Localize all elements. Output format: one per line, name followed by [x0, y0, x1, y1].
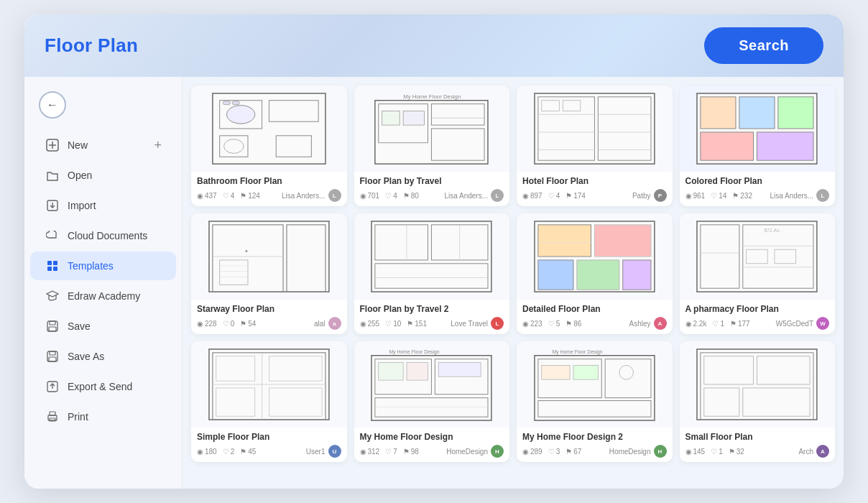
svg-rect-75: [538, 260, 573, 290]
card-title-stairway: Starway Floor Plan: [197, 304, 341, 314]
template-card-small[interactable]: Small Floor Plan ◉ 145 ♡ 1 ⚑ 32 Arch A: [680, 341, 836, 462]
svg-rect-76: [577, 260, 619, 290]
template-card-myhome2[interactable]: My Home Floor Design My Home Floo: [354, 341, 510, 462]
svg-rect-73: [538, 225, 591, 257]
card-image-travel: My Home Floor Design: [354, 86, 510, 172]
author-avatar-stairway: a: [328, 317, 341, 330]
author-avatar-small: A: [816, 445, 829, 458]
template-card-colored[interactable]: Colored Floor Plan ◉ 961 ♡ 14 ⚑ 232 Lisa…: [680, 86, 836, 206]
sidebar-templates-label: Templates: [68, 260, 114, 272]
sidebar-item-save[interactable]: Save: [30, 312, 176, 341]
card-meta-myhome: ◉ 255 ♡ 10 ⚑ 151 Love Travel L: [360, 317, 504, 330]
sidebar-item-export[interactable]: Export & Send: [30, 372, 176, 401]
template-grid: Bathroom Floor Plan ◉ 437 ♡ 4 ⚑ 124 Lisa…: [191, 86, 835, 462]
sidebar-item-import[interactable]: Import: [30, 191, 176, 220]
sidebar-new-label: New: [68, 139, 88, 151]
template-card-stairway[interactable]: ✦ Starway Floor Plan ◉ 228 ♡ 0 ⚑ 54: [191, 213, 347, 334]
sidebar-item-new[interactable]: New +: [30, 131, 176, 160]
author-avatar-colored: L: [816, 189, 829, 202]
saveas-icon: [45, 349, 60, 364]
sidebar-item-cloud[interactable]: Cloud Documents: [30, 221, 176, 250]
svg-rect-52: [739, 97, 775, 129]
comments-stat: ⚑ 124: [240, 192, 260, 200]
sidebar-item-templates[interactable]: Templates: [30, 251, 176, 280]
svg-text:My Home Floor Design: My Home Floor Design: [552, 349, 602, 355]
card-image-myhome3: My Home Floor Design: [517, 341, 673, 428]
card-info-small: Small Floor Plan ◉ 145 ♡ 1 ⚑ 32 Arch A: [680, 428, 836, 462]
card-info-detailed: Detailed Floor Plan ◉ 223 ♡ 5 ⚑ 86 Ashle…: [517, 300, 673, 334]
new-icon: [45, 137, 60, 153]
card-image-detailed: [517, 213, 673, 300]
card-title-simple1: Simple Floor Plan: [197, 432, 341, 442]
plus-icon: +: [154, 138, 162, 153]
card-title-pharmacy: A pharmacy Floor Plan: [685, 304, 830, 314]
card-title-small: Small Floor Plan: [685, 432, 830, 442]
card-author-travel: Lisa Anders... L: [444, 189, 504, 202]
card-author-myhome: Love Travel L: [451, 317, 504, 330]
card-image-hotel: [517, 86, 673, 172]
svg-rect-6: [53, 261, 57, 265]
card-info-stairway: Starway Floor Plan ◉ 228 ♡ 0 ⚑ 54 alal a: [191, 300, 347, 334]
sidebar-saveas-label: Save As: [68, 351, 104, 362]
svg-rect-5: [47, 261, 52, 265]
sidebar-item-open[interactable]: Open: [30, 161, 176, 190]
svg-rect-79: [697, 221, 817, 292]
academy-icon: [45, 288, 60, 304]
card-stats-travel: ◉ 701 ♡ 4 ⚑ 80: [360, 192, 419, 200]
sidebar-item-academy[interactable]: Edraw Academy: [30, 282, 176, 310]
search-button[interactable]: Search: [704, 27, 823, 64]
card-info-myhome3: My Home Floor Design 2 ◉ 289 ♡ 3 ⚑ 67 Ho…: [517, 428, 673, 462]
sidebar-save-label: Save: [68, 320, 91, 332]
card-author-bathroom: Lisa Anders... L: [282, 189, 341, 202]
card-info-colored: Colored Floor Plan ◉ 961 ♡ 14 ⚑ 232 Lisa…: [680, 172, 836, 206]
author-avatar-hotel: P: [654, 189, 667, 202]
back-button[interactable]: ←: [39, 91, 66, 119]
card-author-small: Arch A: [798, 445, 829, 458]
card-meta-myhome2: ◉ 312 ♡ 7 ⚑ 98 HomeDesign H: [360, 445, 504, 458]
template-card-simple1[interactable]: Simple Floor Plan ◉ 180 ♡ 2 ⚑ 45 User1 U: [191, 341, 347, 462]
card-image-pharmacy: $72.Av.: [680, 213, 836, 300]
svg-text:✦: ✦: [244, 249, 249, 254]
svg-rect-14: [50, 351, 55, 355]
template-card-myhome[interactable]: Floor Plan by Travel 2 ◉ 255 ♡ 10 ⚑ 151 …: [354, 213, 510, 334]
svg-rect-51: [701, 97, 736, 129]
template-card-bathroom[interactable]: Bathroom Floor Plan ◉ 437 ♡ 4 ⚑ 124 Lisa…: [191, 86, 347, 206]
card-info-simple1: Simple Floor Plan ◉ 180 ♡ 2 ⚑ 45 User1 U: [191, 428, 347, 462]
svg-rect-55: [757, 132, 814, 160]
card-author-myhome3: HomeDesign H: [609, 445, 667, 458]
card-meta-hotel: ◉ 897 ♡ 4 ⚑ 174 Patby P: [522, 189, 667, 202]
card-title-travel: Floor Plan by Travel: [360, 176, 504, 186]
author-avatar-detailed: A: [654, 317, 667, 330]
card-author-hotel: Patby P: [632, 189, 667, 202]
svg-rect-12: [49, 327, 56, 331]
card-info-pharmacy: A pharmacy Floor Plan ◉ 2.2k ♡ 1 ⚑ 177 W…: [680, 300, 836, 334]
sidebar-item-print[interactable]: Print: [30, 402, 176, 431]
template-card-travel[interactable]: My Home Floor Design Floor Plan b: [354, 86, 510, 206]
sidebar-item-saveas[interactable]: Save As: [30, 342, 176, 371]
card-meta-small: ◉ 145 ♡ 1 ⚑ 32 Arch A: [685, 445, 830, 458]
views-stat: ◉ 437: [197, 192, 217, 200]
svg-rect-74: [594, 225, 651, 257]
author-avatar-myhome3: H: [654, 445, 667, 458]
card-meta-myhome3: ◉ 289 ♡ 3 ⚑ 67 HomeDesign H: [522, 445, 667, 458]
template-grid-container: Bathroom Floor Plan ◉ 437 ♡ 4 ⚑ 124 Lisa…: [183, 77, 844, 489]
svg-rect-19: [50, 412, 55, 415]
app-container: Floor Plan Search ← New + Open: [24, 14, 844, 489]
author-avatar-simple1: U: [328, 445, 341, 458]
template-card-hotel[interactable]: Hotel Floor Plan ◉ 897 ♡ 4 ⚑ 174 Patby P: [517, 86, 673, 206]
template-card-pharmacy[interactable]: $72.Av. A pharmacy Floor Plan ◉ 2.2k ♡ 1…: [680, 213, 836, 334]
author-avatar-myhome: L: [491, 317, 504, 330]
card-image-myhome2: My Home Floor Design: [354, 341, 510, 428]
svg-rect-77: [623, 260, 651, 290]
author-avatar-travel: L: [491, 189, 504, 202]
svg-rect-54: [701, 132, 754, 160]
template-card-myhome3[interactable]: My Home Floor Design My Home Floor Desig…: [517, 341, 673, 462]
card-title-bathroom: Bathroom Floor Plan: [197, 176, 341, 186]
card-info-travel: Floor Plan by Travel ◉ 701 ♡ 4 ⚑ 80 Lisa…: [354, 172, 510, 206]
card-author-stairway: alal a: [314, 317, 341, 330]
svg-rect-7: [47, 267, 52, 271]
card-image-myhome: [354, 213, 510, 300]
template-card-detailed[interactable]: Detailed Floor Plan ◉ 223 ♡ 5 ⚑ 86 Ashle…: [517, 213, 673, 334]
sidebar-export-label: Export & Send: [68, 381, 132, 392]
card-title-hotel: Hotel Floor Plan: [522, 176, 667, 186]
